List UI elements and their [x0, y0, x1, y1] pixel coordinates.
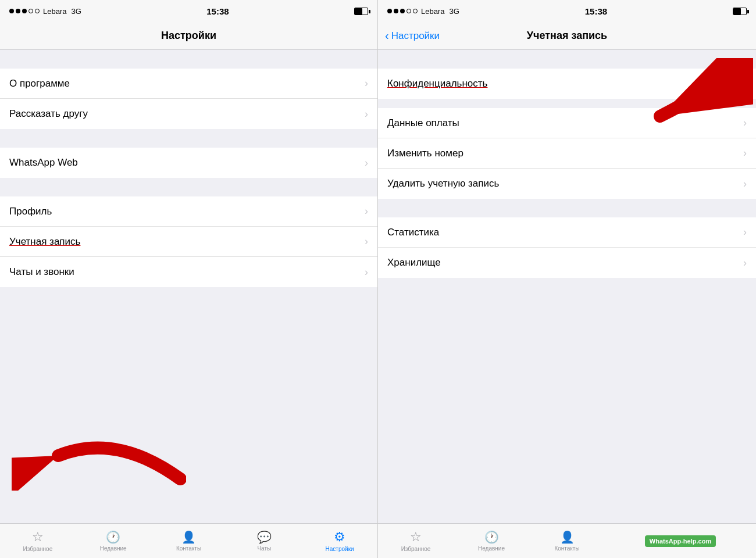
- settings-item-account[interactable]: Учетная запись ›: [0, 227, 377, 257]
- battery-left: [354, 8, 368, 15]
- tab-favorites-left[interactable]: ☆ Избранное: [0, 530, 76, 552]
- battery-fill-right: [733, 8, 741, 15]
- back-label: Настройки: [391, 30, 440, 42]
- tab-chats-left[interactable]: 💬 Чаты: [226, 530, 302, 552]
- tab-label-favorites-left: Избранное: [23, 546, 53, 552]
- chevron-whatsapp-web: ›: [365, 157, 368, 169]
- carrier-left: Lebara: [43, 7, 66, 16]
- status-left-right: Lebara 3G: [387, 7, 459, 16]
- status-left: Lebara 3G: [9, 7, 81, 16]
- settings-item-statistics[interactable]: Статистика ›: [378, 217, 756, 248]
- dot4: [28, 9, 33, 13]
- contacts-icon-right: 👤: [560, 530, 575, 544]
- contacts-icon-left: 👤: [181, 530, 196, 544]
- signal-dots: [9, 9, 40, 13]
- chevron-payment: ›: [743, 117, 747, 129]
- item-label-account: Учетная запись: [9, 236, 80, 248]
- watermark-badge: WhatsApp-help.com: [645, 535, 716, 547]
- chevron-delete-account: ›: [743, 178, 747, 190]
- section-gap-r3: [378, 199, 756, 217]
- dot1r: [387, 9, 392, 13]
- tab-favorites-right[interactable]: ☆ Избранное: [378, 530, 454, 552]
- dot3r: [400, 9, 405, 13]
- tab-label-contacts-right: Контакты: [554, 545, 579, 552]
- nav-bar-right: ‹ Настройки Учетная запись: [378, 22, 756, 50]
- chevron-account: ›: [365, 235, 368, 248]
- item-label-share: Рассказать другу: [9, 108, 88, 120]
- settings-item-share[interactable]: Рассказать другу ›: [0, 99, 377, 129]
- battery-fill-left: [355, 8, 362, 15]
- signal-dots-right: [387, 9, 418, 13]
- item-label-delete-account: Удалить учетную запись: [387, 178, 499, 189]
- tab-recent-right[interactable]: 🕐 Недавние: [454, 530, 529, 552]
- status-right-right: [733, 8, 747, 15]
- dot3: [22, 9, 27, 13]
- nav-back-right[interactable]: ‹ Настройки: [385, 29, 440, 42]
- status-bar-right: Lebara 3G 15:38: [378, 0, 756, 22]
- section-gap-3: [0, 178, 377, 196]
- chevron-chats: ›: [365, 266, 368, 278]
- settings-item-privacy[interactable]: Конфиденциальность ›: [378, 69, 756, 99]
- section-gap-r1: [378, 50, 756, 69]
- nav-title-left: Настройки: [161, 30, 216, 42]
- dot5: [35, 9, 40, 13]
- settings-group-3-left: Профиль › Учетная запись › Чаты и звонки…: [0, 196, 377, 287]
- back-chevron-icon: ‹: [385, 29, 389, 42]
- settings-item-payment[interactable]: Данные оплаты ›: [378, 108, 756, 138]
- settings-group-3-right: Статистика › Хранилище ›: [378, 217, 756, 278]
- settings-item-profile[interactable]: Профиль ›: [0, 196, 377, 227]
- chevron-privacy: ›: [743, 78, 747, 90]
- settings-group-1-right: Конфиденциальность ›: [378, 69, 756, 99]
- right-panel: Lebara 3G 15:38 ‹ Настройки Учетная запи…: [378, 0, 756, 558]
- item-label-about: О программе: [9, 78, 70, 90]
- nav-bar-left: Настройки: [0, 22, 377, 50]
- tab-recent-left[interactable]: 🕐 Недавние: [76, 530, 151, 552]
- tab-label-contacts-left: Контакты: [176, 545, 201, 552]
- tab-label-settings-left: Настройки: [326, 546, 354, 552]
- settings-item-about[interactable]: О программе ›: [0, 69, 377, 99]
- dot5r: [413, 9, 418, 13]
- recent-icon-right: 🕐: [484, 530, 499, 544]
- tab-label-favorites-right: Избранное: [401, 546, 431, 552]
- settings-group-2-left: WhatsApp Web ›: [0, 148, 377, 178]
- network-left: 3G: [71, 7, 81, 16]
- item-label-privacy: Конфиденциальность: [387, 78, 487, 90]
- dot1: [9, 9, 14, 13]
- chevron-share: ›: [365, 108, 368, 120]
- settings-icon-left: ⚙: [334, 530, 345, 545]
- section-gap-2: [0, 129, 377, 148]
- settings-item-whatsapp-web[interactable]: WhatsApp Web ›: [0, 148, 377, 178]
- chats-icon-left: 💬: [257, 530, 272, 544]
- tab-label-recent-right: Недавние: [478, 545, 505, 552]
- chevron-storage: ›: [743, 257, 747, 269]
- tab-contacts-left[interactable]: 👤 Контакты: [151, 530, 227, 552]
- chevron-about: ›: [365, 77, 368, 90]
- nav-title-right: Учетная запись: [527, 30, 607, 42]
- item-label-chats: Чаты и звонки: [9, 266, 74, 278]
- network-right: 3G: [449, 7, 459, 16]
- chevron-change-number: ›: [743, 147, 747, 159]
- red-arrow-left: [12, 421, 186, 493]
- tab-bar-right: ☆ Избранное 🕐 Недавние 👤 Контакты WhatsA…: [378, 523, 756, 558]
- item-label-storage: Хранилище: [387, 257, 441, 269]
- status-bar-left: Lebara 3G 15:38: [0, 0, 377, 22]
- tab-label-chats-left: Чаты: [257, 545, 271, 552]
- settings-item-change-number[interactable]: Изменить номер ›: [378, 138, 756, 169]
- time-right: 15:38: [585, 6, 607, 16]
- settings-item-chats[interactable]: Чаты и звонки ›: [0, 257, 377, 287]
- settings-item-delete-account[interactable]: Удалить учетную запись ›: [378, 169, 756, 199]
- time-left: 15:38: [206, 6, 229, 16]
- tab-settings-left[interactable]: ⚙ Настройки: [302, 530, 377, 552]
- chevron-profile: ›: [365, 205, 368, 217]
- item-label-profile: Профиль: [9, 206, 52, 217]
- carrier-right: Lebara: [421, 7, 444, 16]
- item-label-change-number: Изменить номер: [387, 148, 463, 159]
- status-right-left: [354, 8, 368, 15]
- section-gap-r2: [378, 99, 756, 108]
- recent-icon-left: 🕐: [106, 530, 120, 544]
- settings-group-2-right: Данные оплаты › Изменить номер › Удалить…: [378, 108, 756, 199]
- settings-group-1-left: О программе › Рассказать другу ›: [0, 69, 377, 129]
- settings-item-storage[interactable]: Хранилище ›: [378, 248, 756, 278]
- item-label-payment: Данные оплаты: [387, 117, 459, 129]
- tab-contacts-right[interactable]: 👤 Контакты: [529, 530, 605, 552]
